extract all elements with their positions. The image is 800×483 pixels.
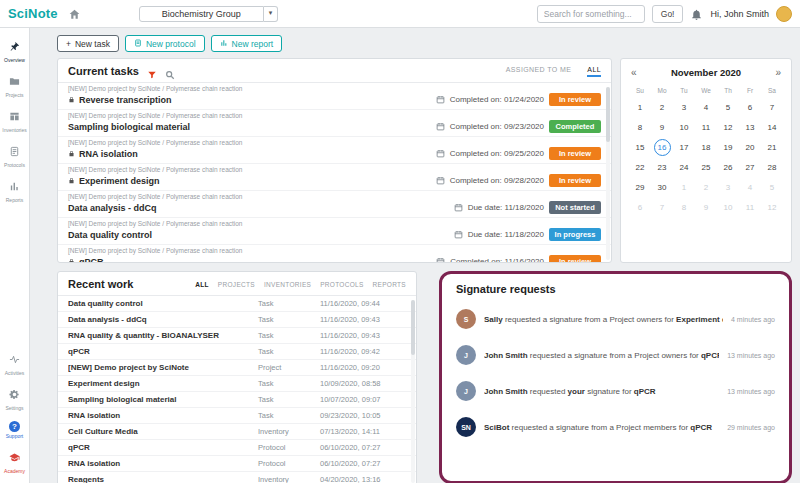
signature-request-row[interactable]: JJohn Smith requested your signature for… [442,373,789,409]
calendar-day[interactable]: 4 [695,98,717,117]
calendar-day-muted[interactable]: 8 [673,198,695,217]
search-icon[interactable] [165,66,175,76]
calendar-day[interactable]: 16 [651,138,673,157]
calendar-day[interactable]: 29 [629,178,651,197]
signature-request-row[interactable]: SSally requested a signature from a Proj… [442,301,789,337]
calendar-day-muted[interactable]: 10 [717,198,739,217]
calendar-day[interactable]: 5 [717,98,739,117]
recent-work-row[interactable]: RNA isolationProtocol06/10/2020, 07:27 [58,456,416,472]
sidebar-item-reports[interactable]: Reports [0,173,29,208]
recent-work-row[interactable]: qPCRProtocol06/10/2020, 07:27 [58,440,416,456]
calendar-day[interactable]: 3 [673,98,695,117]
calendar-day[interactable]: 7 [761,98,783,117]
calendar-day[interactable]: 26 [717,158,739,177]
tab-assigned-to-me[interactable]: ASSIGNED TO ME [506,66,572,77]
calendar-day[interactable]: 19 [717,138,739,157]
user-greeting[interactable]: Hi, John Smith [710,9,769,19]
task-row[interactable]: [NEW] Demo project by SciNote / Polymera… [58,110,611,137]
sidebar-item-settings[interactable]: Settings [0,381,29,416]
calendar-day-muted[interactable]: 11 [739,198,761,217]
recent-work-row[interactable]: Data quality controlTask11/16/2020, 09:4… [58,296,416,312]
signature-request-row[interactable]: JJohn Smith requested a signature from a… [442,337,789,373]
sidebar-item-support[interactable]: ? Support [0,416,29,444]
calendar-day[interactable]: 11 [695,118,717,137]
calendar-day[interactable]: 24 [673,158,695,177]
search-go-button[interactable]: Go! [652,5,684,23]
recent-work-row[interactable]: Data analysis - ddCqTask11/16/2020, 09:4… [58,312,416,328]
tab-all[interactable]: ALL [587,66,601,77]
recent-work-row[interactable]: Cell Culture MediaInventory07/13/2020, 1… [58,424,416,440]
calendar-day[interactable]: 8 [629,118,651,137]
calendar-day[interactable]: 6 [739,98,761,117]
calendar-day[interactable]: 23 [651,158,673,177]
team-selector[interactable]: Biochemistry Group ▾ [139,6,279,22]
tab-reports[interactable]: REPORTS [373,281,406,288]
calendar-day-muted[interactable]: 6 [629,198,651,217]
calendar-day[interactable]: 25 [695,158,717,177]
sidebar-item-protocols[interactable]: Protocols [0,138,29,173]
scrollbar[interactable] [606,87,610,260]
sidebar-item-overview[interactable]: Overview [0,33,29,68]
home-icon[interactable] [68,7,81,20]
recent-work-row[interactable]: RNA isolationTask09/23/2020, 10:05 [58,408,416,424]
task-row[interactable]: [NEW] Demo project by SciNote / Polymera… [58,164,611,191]
calendar-day[interactable]: 21 [761,138,783,157]
sidebar-item-projects[interactable]: Projects [0,68,29,103]
calendar-next-icon[interactable]: » [775,68,781,78]
calendar-day[interactable]: 2 [651,98,673,117]
calendar-day-muted[interactable]: 1 [673,178,695,197]
scrollbar-thumb[interactable] [411,300,415,355]
tab-protocols[interactable]: PROTOCOLS [320,281,363,288]
calendar-day[interactable]: 9 [651,118,673,137]
calendar-day[interactable]: 17 [673,138,695,157]
signature-request-row[interactable]: SNSciBot requested a signature from a Pr… [442,409,789,445]
calendar-day[interactable]: 28 [761,158,783,177]
calendar-day[interactable]: 22 [629,158,651,177]
task-row[interactable]: [NEW] Demo project by SciNote / Polymera… [58,191,611,218]
task-row[interactable]: [NEW] Demo project by SciNote / Polymera… [58,218,611,245]
scrollbar[interactable] [411,300,415,483]
calendar-day-muted[interactable]: 3 [717,178,739,197]
calendar-day-muted[interactable]: 2 [695,178,717,197]
calendar-day-muted[interactable]: 12 [761,198,783,217]
sidebar-item-academy[interactable]: Academy [0,444,29,479]
search-input[interactable] [537,5,645,23]
recent-work-row[interactable]: ReagentsInventory04/20/2020, 13:16 [58,472,416,483]
task-row[interactable]: [NEW] Demo project by SciNote / Polymera… [58,245,611,262]
calendar-day[interactable]: 30 [651,178,673,197]
calendar-day[interactable]: 20 [739,138,761,157]
calendar-day[interactable]: 18 [695,138,717,157]
task-row[interactable]: [NEW] Demo project by SciNote / Polymera… [58,83,611,110]
sidebar-item-activities[interactable]: Activities [0,346,29,381]
new-task-button[interactable]: + New task [57,35,119,52]
recent-work-row[interactable]: qPCRTask11/16/2020, 09:42 [58,344,416,360]
sidebar-item-inventories[interactable]: Inventories [0,103,29,138]
tab-all[interactable]: ALL [195,281,209,288]
calendar-day[interactable]: 13 [739,118,761,137]
calendar-day[interactable]: 1 [629,98,651,117]
calendar-day[interactable]: 15 [629,138,651,157]
new-report-button[interactable]: New report [211,35,283,52]
calendar-day-muted[interactable]: 7 [651,198,673,217]
recent-work-row[interactable]: RNA quality & quantity - BIOANALYSERTask… [58,328,416,344]
bell-icon[interactable] [690,7,703,20]
recent-work-row[interactable]: Experiment designTask10/09/2020, 08:58 [58,376,416,392]
chevron-down-icon[interactable]: ▾ [264,6,279,22]
calendar-day[interactable]: 14 [761,118,783,137]
calendar-day-muted[interactable]: 4 [739,178,761,197]
calendar-day-muted[interactable]: 5 [761,178,783,197]
filter-icon[interactable] [147,66,157,76]
calendar-day[interactable]: 12 [717,118,739,137]
user-avatar[interactable] [776,6,792,22]
calendar-day[interactable]: 10 [673,118,695,137]
tab-projects[interactable]: PROJECTS [218,281,255,288]
task-row[interactable]: [NEW] Demo project by SciNote / Polymera… [58,137,611,164]
new-protocol-button[interactable]: New protocol [125,35,205,52]
calendar-day-muted[interactable]: 9 [695,198,717,217]
team-name[interactable]: Biochemistry Group [139,6,264,22]
recent-work-row[interactable]: Sampling biological materialTask10/07/20… [58,392,416,408]
recent-work-row[interactable]: [NEW] Demo project by SciNoteProject11/1… [58,360,416,376]
tab-inventories[interactable]: INVENTORIES [264,281,311,288]
scrollbar-thumb[interactable] [606,87,610,142]
calendar-day[interactable]: 27 [739,158,761,177]
